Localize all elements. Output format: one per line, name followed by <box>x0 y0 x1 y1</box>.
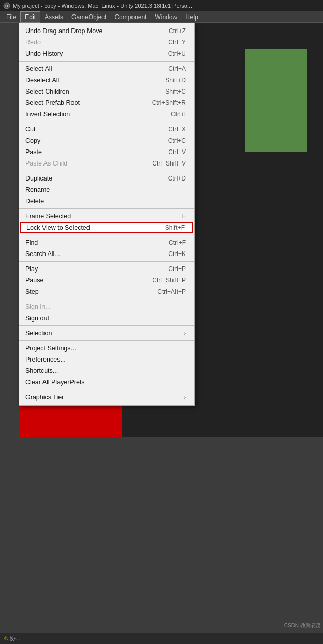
menu-separator-24 <box>19 261 194 262</box>
menu-item-graphics-tier[interactable]: Graphics Tier› <box>19 392 194 403</box>
menu-item-label: Preferences... <box>25 356 66 363</box>
submenu-arrow-icon: › <box>184 331 186 336</box>
menu-item-window[interactable]: Window <box>151 11 181 23</box>
menu-item-edit[interactable]: Edit <box>20 11 40 23</box>
menu-item-label: Step <box>25 288 39 295</box>
menu-item-label: Cut <box>25 126 35 133</box>
bottom-bar-label: 协... <box>10 635 20 642</box>
menu-item-deselect-all[interactable]: Deselect AllShift+D <box>19 74 194 86</box>
menu-item-shortcut: Ctrl+C <box>168 137 186 144</box>
menu-item-label: Search All... <box>25 250 60 258</box>
menu-item-search-all-[interactable]: Search All...Ctrl+K <box>19 248 194 260</box>
menu-item-label: Frame Selected <box>25 213 71 220</box>
menu-item-select-all[interactable]: Select AllCtrl+A <box>19 63 194 74</box>
game-view-element-green <box>245 49 307 152</box>
menu-item-label: Copy <box>25 137 40 144</box>
menu-item-frame-selected[interactable]: Frame SelectedF <box>19 211 194 222</box>
menu-item-help[interactable]: Help <box>181 11 202 23</box>
menu-item-label: Project Settings... <box>25 345 76 352</box>
menu-item-shortcut: Ctrl+U <box>168 50 186 57</box>
title-bar: U My project - copy - Windows, Mac, Linu… <box>0 0 323 11</box>
menu-item-shortcut: Ctrl+F <box>169 239 186 246</box>
menu-item-label: Selection <box>25 330 52 337</box>
menu-item-paste-as-child: Paste As ChildCtrl+Shift+V <box>19 158 194 169</box>
menu-item-label: Graphics Tier <box>25 394 64 401</box>
menu-item-label: Paste <box>25 148 42 156</box>
menu-item-label: Pause <box>25 277 43 284</box>
menu-item-label: Clear All PlayerPrefs <box>25 379 85 386</box>
menu-separator-14 <box>19 171 194 171</box>
menu-bar: File Edit Assets GameObject Component Wi… <box>0 11 323 23</box>
menu-item-label: Delete <box>25 198 44 205</box>
menu-item-label: Select Prefab Root <box>25 99 80 107</box>
menu-item-label: Paste As Child <box>25 160 67 167</box>
menu-item-find[interactable]: FindCtrl+F <box>19 237 194 248</box>
menu-item-pause[interactable]: PauseCtrl+Shift+P <box>19 275 194 286</box>
menu-item-shortcut: Ctrl+Z <box>169 27 186 35</box>
menu-separator-18 <box>19 208 194 209</box>
menu-item-shortcut: Shift+F <box>165 224 185 231</box>
menu-item-cut[interactable]: CutCtrl+X <box>19 124 194 135</box>
menu-item-clear-all-playerprefs[interactable]: Clear All PlayerPrefs <box>19 377 194 388</box>
menu-item-label: Undo Drag and Drop Move <box>25 27 102 35</box>
menu-item-file[interactable]: File <box>2 11 20 23</box>
edit-dropdown-menu: Undo Drag and Drop MoveCtrl+ZRedoCtrl+YU… <box>19 23 195 406</box>
menu-item-shortcut: F <box>182 213 186 220</box>
menu-item-gameobject[interactable]: GameObject <box>67 11 110 23</box>
menu-item-selection[interactable]: Selection› <box>19 327 194 339</box>
menu-item-shortcut: Ctrl+I <box>171 111 186 118</box>
menu-item-shortcut: Shift+D <box>165 77 186 84</box>
menu-item-assets[interactable]: Assets <box>40 11 67 23</box>
svg-text:U: U <box>5 4 8 8</box>
menu-separator-33 <box>19 340 194 341</box>
menu-item-label: Find <box>25 239 38 246</box>
menu-item-delete[interactable]: Delete <box>19 196 194 207</box>
menu-item-sign-in-: Sign in... <box>19 301 194 312</box>
menu-item-label: Sign in... <box>25 303 51 310</box>
menu-item-copy[interactable]: CopyCtrl+C <box>19 135 194 146</box>
menu-item-select-children[interactable]: Select ChildrenShift+C <box>19 86 194 97</box>
menu-item-label: Select Children <box>25 88 69 95</box>
menu-item-shortcut: Shift+C <box>165 88 186 95</box>
menu-item-step[interactable]: StepCtrl+Alt+P <box>19 286 194 297</box>
menu-item-shortcut: Ctrl+Shift+V <box>152 160 186 167</box>
menu-item-sign-out[interactable]: Sign out <box>19 312 194 324</box>
submenu-arrow-icon: › <box>184 395 186 400</box>
menu-item-project-settings-[interactable]: Project Settings... <box>19 342 194 354</box>
menu-item-shortcut: Ctrl+K <box>168 250 186 258</box>
menu-separator-3 <box>19 61 194 62</box>
menu-item-undo-drag-and-drop-move[interactable]: Undo Drag and Drop MoveCtrl+Z <box>19 25 194 37</box>
warning-icon: ⚠ <box>3 635 8 642</box>
menu-item-play[interactable]: PlayCtrl+P <box>19 263 194 275</box>
menu-item-label: Undo History <box>25 50 63 57</box>
menu-item-redo: RedoCtrl+Y <box>19 37 194 48</box>
menu-item-label: Sign out <box>25 314 49 322</box>
menu-item-shortcut: Ctrl+Shift+R <box>152 99 186 107</box>
menu-item-shortcut: Ctrl+D <box>168 175 186 182</box>
menu-item-undo-history[interactable]: Undo HistoryCtrl+U <box>19 48 194 59</box>
menu-item-label: Redo <box>25 39 41 46</box>
menu-item-label: Lock View to Selected <box>26 224 90 231</box>
menu-item-rename[interactable]: Rename <box>19 184 194 196</box>
menu-item-select-prefab-root[interactable]: Select Prefab RootCtrl+Shift+R <box>19 97 194 109</box>
menu-item-shortcut: Ctrl+P <box>168 265 186 273</box>
menu-item-label: Invert Selection <box>25 111 70 118</box>
menu-separator-21 <box>19 235 194 235</box>
menu-separator-28 <box>19 299 194 299</box>
menu-item-paste[interactable]: PasteCtrl+V <box>19 146 194 158</box>
unity-icon: U <box>3 2 10 9</box>
menu-item-label: Select All <box>25 65 52 72</box>
menu-item-duplicate[interactable]: DuplicateCtrl+D <box>19 173 194 184</box>
menu-item-shortcut: Ctrl+Alt+P <box>157 288 186 295</box>
menu-item-invert-selection[interactable]: Invert SelectionCtrl+I <box>19 109 194 120</box>
menu-item-shortcut: Ctrl+X <box>168 126 186 133</box>
menu-separator-31 <box>19 325 194 326</box>
watermark: CSDN @腾易灵 <box>284 622 321 630</box>
bottom-bar: ⚠ 协... <box>0 633 323 644</box>
menu-item-preferences-[interactable]: Preferences... <box>19 354 194 365</box>
title-bar-text: My project - copy - Windows, Mac, Linux … <box>13 3 192 9</box>
menu-item-label: Play <box>25 265 38 273</box>
menu-item-lock-view-to-selected[interactable]: Lock View to SelectedShift+F <box>20 222 193 233</box>
menu-item-shortcuts-[interactable]: Shortcuts... <box>19 365 194 377</box>
menu-item-component[interactable]: Component <box>110 11 151 23</box>
